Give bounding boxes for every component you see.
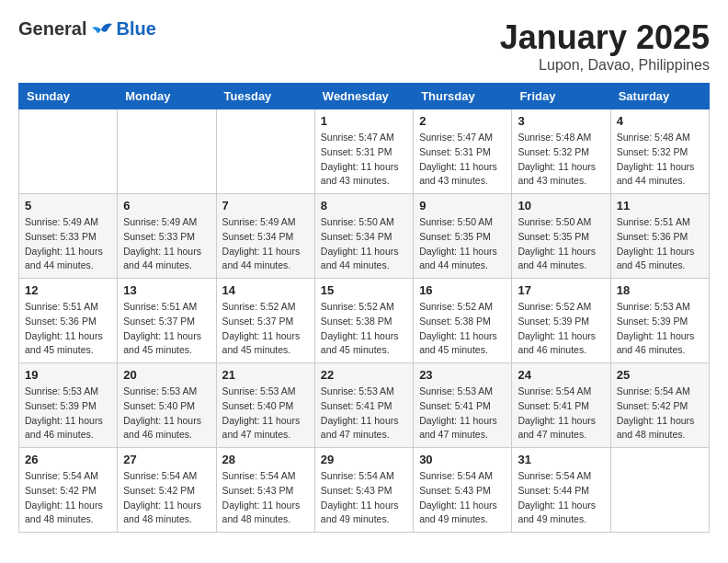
day-number: 19: [25, 368, 111, 382]
day-number: 5: [25, 199, 111, 213]
day-of-week-header: Friday: [512, 84, 610, 109]
day-number: 4: [617, 114, 703, 128]
calendar-day-cell: 24Sunrise: 5:54 AM Sunset: 5:41 PM Dayli…: [512, 363, 610, 448]
day-info: Sunrise: 5:54 AM Sunset: 5:42 PM Dayligh…: [617, 385, 703, 442]
day-number: 29: [321, 453, 407, 466]
day-info: Sunrise: 5:52 AM Sunset: 5:37 PM Dayligh…: [222, 300, 309, 358]
day-number: 26: [25, 453, 111, 466]
logo: General Blue: [18, 18, 156, 40]
day-info: Sunrise: 5:50 AM Sunset: 5:34 PM Dayligh…: [321, 215, 407, 273]
calendar-day-cell: 18Sunrise: 5:53 AM Sunset: 5:39 PM Dayli…: [610, 279, 709, 363]
calendar-day-cell: 27Sunrise: 5:54 AM Sunset: 5:42 PM Dayli…: [118, 448, 216, 533]
calendar-day-cell: 7Sunrise: 5:49 AM Sunset: 5:34 PM Daylig…: [216, 194, 314, 279]
calendar-day-cell: [118, 109, 216, 194]
calendar-day-cell: 29Sunrise: 5:54 AM Sunset: 5:43 PM Dayli…: [314, 448, 413, 533]
day-of-week-header: Sunday: [19, 84, 118, 109]
title-section: January 2025 Lupon, Davao, Philippines: [500, 18, 710, 74]
day-of-week-header: Wednesday: [314, 84, 413, 109]
calendar-day-cell: 1Sunrise: 5:47 AM Sunset: 5:31 PM Daylig…: [314, 109, 413, 194]
day-number: 21: [222, 368, 309, 382]
day-info: Sunrise: 5:52 AM Sunset: 5:39 PM Dayligh…: [518, 300, 604, 358]
day-info: Sunrise: 5:54 AM Sunset: 5:42 PM Dayligh…: [25, 469, 111, 527]
calendar-day-cell: 21Sunrise: 5:53 AM Sunset: 5:40 PM Dayli…: [216, 363, 314, 448]
month-title: January 2025: [500, 18, 710, 57]
day-number: 14: [222, 283, 309, 297]
day-number: 12: [25, 283, 111, 297]
day-info: Sunrise: 5:53 AM Sunset: 5:41 PM Dayligh…: [321, 385, 407, 442]
day-info: Sunrise: 5:54 AM Sunset: 5:42 PM Dayligh…: [123, 469, 210, 527]
calendar-day-cell: 16Sunrise: 5:52 AM Sunset: 5:38 PM Dayli…: [414, 279, 512, 363]
day-info: Sunrise: 5:51 AM Sunset: 5:37 PM Dayligh…: [123, 300, 210, 358]
calendar-week-row: 19Sunrise: 5:53 AM Sunset: 5:39 PM Dayli…: [19, 363, 710, 448]
calendar-day-cell: 28Sunrise: 5:54 AM Sunset: 5:43 PM Dayli…: [216, 448, 314, 533]
day-number: 25: [617, 368, 703, 382]
day-number: 27: [123, 453, 210, 466]
calendar-day-cell: 9Sunrise: 5:50 AM Sunset: 5:35 PM Daylig…: [414, 194, 512, 279]
day-number: 1: [321, 114, 407, 128]
day-number: 31: [518, 453, 604, 466]
day-info: Sunrise: 5:54 AM Sunset: 5:43 PM Dayligh…: [419, 469, 506, 527]
day-info: Sunrise: 5:54 AM Sunset: 5:41 PM Dayligh…: [518, 385, 604, 442]
day-number: 24: [518, 368, 604, 382]
calendar-day-cell: 30Sunrise: 5:54 AM Sunset: 5:43 PM Dayli…: [414, 448, 512, 533]
calendar-week-row: 1Sunrise: 5:47 AM Sunset: 5:31 PM Daylig…: [19, 109, 710, 194]
calendar-day-cell: 8Sunrise: 5:50 AM Sunset: 5:34 PM Daylig…: [314, 194, 413, 279]
calendar-week-row: 5Sunrise: 5:49 AM Sunset: 5:33 PM Daylig…: [19, 194, 710, 279]
day-number: 8: [321, 199, 407, 213]
day-number: 6: [123, 199, 210, 213]
day-number: 28: [222, 453, 309, 466]
calendar-day-cell: 26Sunrise: 5:54 AM Sunset: 5:42 PM Dayli…: [19, 448, 118, 533]
calendar-day-cell: 3Sunrise: 5:48 AM Sunset: 5:32 PM Daylig…: [512, 109, 610, 194]
calendar-day-cell: 22Sunrise: 5:53 AM Sunset: 5:41 PM Dayli…: [314, 363, 413, 448]
day-of-week-header: Thursday: [414, 84, 512, 109]
day-info: Sunrise: 5:54 AM Sunset: 5:44 PM Dayligh…: [518, 469, 604, 527]
day-info: Sunrise: 5:53 AM Sunset: 5:40 PM Dayligh…: [123, 385, 210, 442]
logo-bird-icon: [88, 20, 114, 39]
page-header: General Blue January 2025 Lupon, Davao, …: [18, 18, 710, 74]
calendar-day-cell: 2Sunrise: 5:47 AM Sunset: 5:31 PM Daylig…: [414, 109, 512, 194]
day-info: Sunrise: 5:53 AM Sunset: 5:39 PM Dayligh…: [617, 300, 703, 358]
day-info: Sunrise: 5:50 AM Sunset: 5:35 PM Dayligh…: [518, 215, 604, 273]
day-info: Sunrise: 5:49 AM Sunset: 5:33 PM Dayligh…: [123, 215, 210, 273]
day-number: 22: [321, 368, 407, 382]
calendar-day-cell: [610, 448, 709, 533]
logo-general-text: General: [18, 18, 86, 40]
day-info: Sunrise: 5:54 AM Sunset: 5:43 PM Dayligh…: [222, 469, 309, 527]
calendar-day-cell: 4Sunrise: 5:48 AM Sunset: 5:32 PM Daylig…: [610, 109, 709, 194]
calendar-day-cell: [19, 109, 118, 194]
calendar-day-cell: 15Sunrise: 5:52 AM Sunset: 5:38 PM Dayli…: [314, 279, 413, 363]
calendar-week-row: 26Sunrise: 5:54 AM Sunset: 5:42 PM Dayli…: [19, 448, 710, 533]
day-number: 2: [419, 114, 506, 128]
calendar-day-cell: 23Sunrise: 5:53 AM Sunset: 5:41 PM Dayli…: [414, 363, 512, 448]
day-number: 9: [419, 199, 506, 213]
day-info: Sunrise: 5:53 AM Sunset: 5:40 PM Dayligh…: [222, 385, 309, 442]
calendar-day-cell: 17Sunrise: 5:52 AM Sunset: 5:39 PM Dayli…: [512, 279, 610, 363]
calendar-day-cell: 20Sunrise: 5:53 AM Sunset: 5:40 PM Dayli…: [118, 363, 216, 448]
day-info: Sunrise: 5:54 AM Sunset: 5:43 PM Dayligh…: [321, 469, 407, 527]
calendar-day-cell: 10Sunrise: 5:50 AM Sunset: 5:35 PM Dayli…: [512, 194, 610, 279]
logo-blue-text: Blue: [116, 18, 155, 40]
day-number: 30: [419, 453, 506, 466]
day-info: Sunrise: 5:47 AM Sunset: 5:31 PM Dayligh…: [321, 131, 407, 189]
day-info: Sunrise: 5:47 AM Sunset: 5:31 PM Dayligh…: [419, 131, 506, 189]
day-info: Sunrise: 5:53 AM Sunset: 5:39 PM Dayligh…: [25, 385, 111, 442]
day-info: Sunrise: 5:51 AM Sunset: 5:36 PM Dayligh…: [617, 215, 703, 273]
calendar-week-row: 12Sunrise: 5:51 AM Sunset: 5:36 PM Dayli…: [19, 279, 710, 363]
calendar-day-cell: 12Sunrise: 5:51 AM Sunset: 5:36 PM Dayli…: [19, 279, 118, 363]
day-number: 11: [617, 199, 703, 213]
day-info: Sunrise: 5:49 AM Sunset: 5:33 PM Dayligh…: [25, 215, 111, 273]
calendar-day-cell: 14Sunrise: 5:52 AM Sunset: 5:37 PM Dayli…: [216, 279, 314, 363]
day-info: Sunrise: 5:53 AM Sunset: 5:41 PM Dayligh…: [419, 385, 506, 442]
calendar-day-cell: 11Sunrise: 5:51 AM Sunset: 5:36 PM Dayli…: [610, 194, 709, 279]
day-info: Sunrise: 5:52 AM Sunset: 5:38 PM Dayligh…: [419, 300, 506, 358]
location-text: Lupon, Davao, Philippines: [500, 57, 710, 74]
calendar-day-cell: 25Sunrise: 5:54 AM Sunset: 5:42 PM Dayli…: [610, 363, 709, 448]
day-number: 23: [419, 368, 506, 382]
day-number: 3: [518, 114, 604, 128]
day-info: Sunrise: 5:50 AM Sunset: 5:35 PM Dayligh…: [419, 215, 506, 273]
day-of-week-header: Monday: [118, 84, 216, 109]
day-number: 20: [123, 368, 210, 382]
calendar-day-cell: [216, 109, 314, 194]
day-number: 16: [419, 283, 506, 297]
day-of-week-header: Saturday: [610, 84, 709, 109]
